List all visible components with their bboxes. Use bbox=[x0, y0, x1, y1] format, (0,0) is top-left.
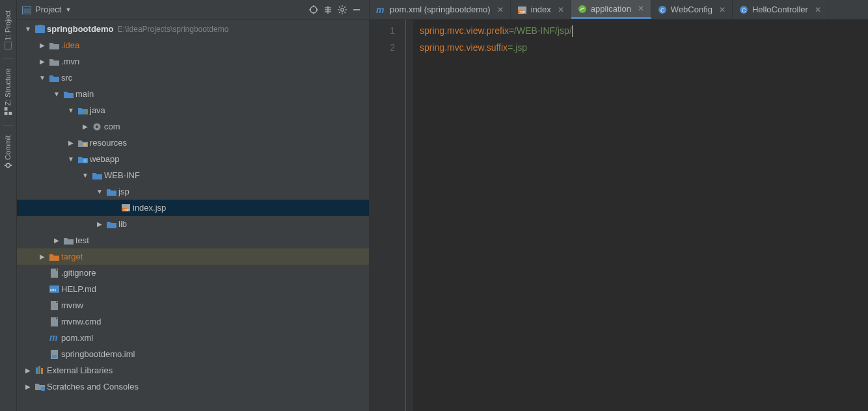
expand-arrow[interactable]: ▶ bbox=[36, 42, 48, 49]
svg-text:m: m bbox=[376, 6, 384, 14]
tree-node-main[interactable]: ▼main bbox=[17, 86, 369, 102]
tree-node-help-md[interactable]: MDHELP.md bbox=[17, 281, 369, 297]
md-icon: MD bbox=[48, 285, 60, 293]
tree-node-test[interactable]: ▶test bbox=[17, 232, 369, 248]
file-icon bbox=[48, 301, 60, 310]
expand-arrow[interactable]: ▶ bbox=[36, 253, 48, 260]
expand-arrow[interactable]: ▶ bbox=[22, 367, 34, 374]
gitignore-icon bbox=[48, 269, 60, 278]
tree-node-jsp[interactable]: ▼jsp bbox=[17, 183, 369, 200]
line-number: 1 bbox=[370, 22, 395, 39]
tab-index[interactable]: JSPindex✕ bbox=[511, 0, 571, 19]
tree-node-resources[interactable]: ▶resources bbox=[17, 135, 369, 151]
expand-arrow[interactable]: ▶ bbox=[79, 123, 91, 130]
expand-arrow[interactable]: ▶ bbox=[94, 220, 105, 228]
code-line[interactable]: spring.mvc.view.suffix=.jsp bbox=[420, 39, 868, 56]
tree-node-target[interactable]: ▶target bbox=[17, 248, 369, 265]
svg-line-24 bbox=[344, 12, 346, 13]
expand-arrow[interactable]: ▼ bbox=[51, 90, 62, 98]
editor-area: mpom.xml (springbootdemo)✕JSPindex✕appli… bbox=[370, 0, 868, 411]
project-panel: Project ▼ ▼springbootdemoE:\IdeaProjects… bbox=[17, 0, 370, 411]
tree-node-mvnw-cmd[interactable]: mvnw.cmd bbox=[17, 313, 369, 330]
tree-node-webapp[interactable]: ▼webapp bbox=[17, 151, 369, 167]
close-tab-button[interactable]: ✕ bbox=[638, 4, 644, 13]
tree-node--gitignore[interactable]: .gitignore bbox=[17, 265, 369, 281]
tab-pom-xml--springbootdemo-[interactable]: mpom.xml (springbootdemo)✕ bbox=[370, 0, 511, 19]
tool-window-commit[interactable]: Commit bbox=[2, 130, 14, 176]
settings-button[interactable] bbox=[335, 3, 349, 17]
expand-arrow[interactable]: ▶ bbox=[36, 58, 48, 65]
tree-node-web-inf[interactable]: ▼WEB-INF bbox=[17, 167, 369, 183]
tree-node-mvnw[interactable]: mvnw bbox=[17, 297, 369, 313]
svg-text:JSP: JSP bbox=[519, 10, 525, 14]
svg-rect-49 bbox=[36, 367, 38, 374]
tree-node-java[interactable]: ▼java bbox=[17, 102, 369, 118]
tree-node--idea[interactable]: ▶.idea bbox=[17, 37, 369, 53]
expand-all-button[interactable] bbox=[321, 3, 335, 17]
tree-node-index-jsp[interactable]: JSPindex.jsp bbox=[17, 200, 369, 216]
locate-button[interactable] bbox=[306, 3, 321, 17]
tool-window----project[interactable]: 1: Project bbox=[2, 5, 14, 55]
hide-button[interactable] bbox=[349, 3, 364, 17]
jsp-icon: JSP bbox=[120, 204, 131, 212]
svg-rect-50 bbox=[38, 366, 40, 374]
folder-blue-icon bbox=[62, 90, 74, 98]
tree-label: .mvn bbox=[60, 57, 79, 66]
tree-node-springbootdemo[interactable]: ▼springbootdemoE:\IdeaProjects\springboo… bbox=[17, 21, 369, 37]
module-icon bbox=[34, 25, 46, 33]
tree-label: lib bbox=[117, 219, 127, 229]
tree-node-lib[interactable]: ▶lib bbox=[17, 216, 369, 232]
tree-label: .idea bbox=[60, 40, 79, 50]
expand-arrow[interactable]: ▼ bbox=[79, 172, 91, 179]
tool-window-z--structure[interactable]: Z: Structure bbox=[2, 63, 14, 121]
expand-arrow[interactable]: ▼ bbox=[36, 74, 48, 81]
expand-arrow[interactable]: ▼ bbox=[22, 25, 34, 33]
tree-label: pom.xml bbox=[60, 333, 93, 343]
tab-hellocontroller[interactable]: CHelloController✕ bbox=[733, 0, 828, 19]
svg-rect-51 bbox=[41, 368, 43, 374]
svg-rect-1 bbox=[5, 112, 8, 115]
tab-webconfig[interactable]: CWebConfig✕ bbox=[651, 0, 733, 19]
folder-orange-icon bbox=[48, 253, 60, 261]
svg-rect-3 bbox=[9, 112, 12, 115]
svg-text:C: C bbox=[660, 7, 665, 14]
svg-point-34 bbox=[83, 159, 87, 163]
tree-node--mvn[interactable]: ▶.mvn bbox=[17, 53, 369, 70]
folder-blue-icon bbox=[105, 188, 117, 196]
svg-rect-29 bbox=[38, 25, 42, 27]
tree-node-scratches-and-consoles[interactable]: ▶Scratches and Consoles bbox=[17, 378, 369, 395]
expand-arrow[interactable]: ▶ bbox=[65, 139, 77, 146]
tab-label: pom.xml (springbootdemo) bbox=[390, 5, 491, 14]
tree-node-external-libraries[interactable]: ▶External Libraries bbox=[17, 362, 369, 378]
close-tab-button[interactable]: ✕ bbox=[558, 5, 564, 14]
tree-label: resources bbox=[88, 138, 127, 148]
project-panel-title: Project bbox=[35, 5, 61, 14]
code-editor[interactable]: 12 spring.mvc.view.prefix=/WEB-INF/jsp/s… bbox=[370, 20, 868, 411]
tab-label: HelloController bbox=[752, 5, 808, 14]
tab-application[interactable]: application✕ bbox=[571, 0, 651, 19]
line-number: 2 bbox=[370, 39, 395, 56]
code-line[interactable]: spring.mvc.view.prefix=/WEB-INF/jsp/ bbox=[420, 22, 868, 39]
tree-node-springbootdemo-iml[interactable]: springbootdemo.iml bbox=[17, 346, 369, 362]
code-body[interactable]: spring.mvc.view.prefix=/WEB-INF/jsp/spri… bbox=[413, 20, 868, 411]
expand-arrow[interactable]: ▼ bbox=[65, 155, 77, 163]
tree-label: Scratches and Consoles bbox=[46, 382, 139, 391]
close-tab-button[interactable]: ✕ bbox=[719, 5, 726, 14]
tree-node-src[interactable]: ▼src bbox=[17, 70, 369, 86]
tree-node-com[interactable]: ▶com bbox=[17, 118, 369, 135]
package-icon bbox=[91, 122, 103, 131]
expand-arrow[interactable]: ▼ bbox=[65, 107, 77, 114]
close-tab-button[interactable]: ✕ bbox=[815, 5, 821, 14]
expand-arrow[interactable]: ▶ bbox=[22, 383, 34, 390]
project-tree[interactable]: ▼springbootdemoE:\IdeaProjects\springboo… bbox=[17, 20, 369, 411]
close-tab-button[interactable]: ✕ bbox=[497, 5, 504, 14]
expand-arrow[interactable]: ▼ bbox=[94, 188, 105, 195]
editor-tabs: mpom.xml (springbootdemo)✕JSPindex✕appli… bbox=[370, 0, 868, 20]
project-panel-dropdown-icon[interactable]: ▼ bbox=[65, 7, 71, 13]
folder-blue-icon bbox=[91, 172, 103, 179]
expand-arrow[interactable]: ▶ bbox=[51, 237, 62, 244]
tree-label: main bbox=[74, 89, 94, 99]
tree-node-pom-xml[interactable]: mpom.xml bbox=[17, 330, 369, 346]
svg-line-26 bbox=[339, 12, 340, 13]
tree-label: test bbox=[74, 235, 89, 245]
